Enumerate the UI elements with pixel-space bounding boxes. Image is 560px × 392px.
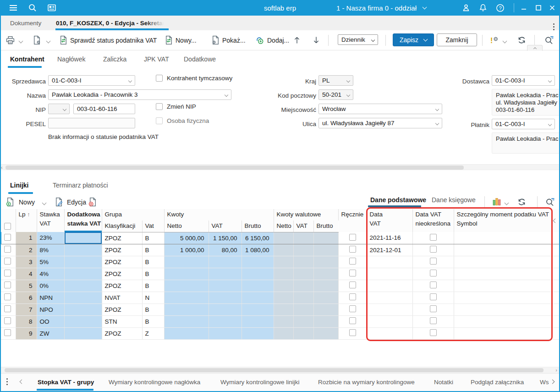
tab-linijki[interactable]: Linijki [10,182,28,189]
recznie-checkbox[interactable] [349,258,356,265]
cell-symbol[interactable] [454,280,560,292]
cell-symbol[interactable] [454,327,560,339]
cell-netto-walutowe[interactable] [274,280,293,292]
tab-rozbicie-wymiary[interactable]: Rozbicie na wymiary kontrolingowe [318,379,415,386]
cell-lp[interactable]: 7 [16,304,37,315]
cell-symbol[interactable] [454,232,560,244]
chart-dropdown-chevron-icon[interactable] [505,201,509,205]
cell-netto-walutowe[interactable] [274,268,293,280]
cell-vat-walutowe[interactable] [293,315,313,327]
form-horizontal-scrollbar[interactable]: ‹ [0,164,560,170]
nieokreslona-checkbox[interactable] [430,234,437,241]
row-checkbox[interactable] [4,293,11,300]
row-checkbox[interactable] [4,270,11,276]
cell-brutto-walutowe[interactable] [313,232,338,244]
cell-stawka-vat[interactable]: 23% [37,232,64,244]
cell-grupa-vat[interactable]: B [142,268,164,280]
cell-recznie[interactable] [338,244,367,256]
cell-netto-walutowe[interactable] [274,292,293,304]
cell-klasyfikacji[interactable]: ZPOZ [102,304,142,315]
cell-brutto[interactable]: 1 080,00 [242,244,274,256]
cell-grupa-vat[interactable]: B [142,232,164,244]
cell-symbol[interactable] [454,304,560,315]
nieokreslona-checkbox[interactable] [430,305,437,312]
recznie-checkbox[interactable] [349,246,356,253]
cell-lp[interactable]: 1 [16,232,37,244]
cell-brutto-walutowe[interactable] [313,304,338,315]
header-vat[interactable]: VAT [209,221,242,232]
cell-recznie[interactable] [338,315,367,327]
row-checkbox[interactable] [4,258,11,265]
row-select-cell[interactable] [0,315,16,327]
company-selector[interactable]: 1 - Nasza firma 0 - oddział [336,0,426,16]
row-select-cell[interactable] [0,292,16,304]
cell-data-vat-nieokreslona[interactable] [412,304,454,315]
cell-recznie[interactable] [338,304,367,315]
tab-kontrahent[interactable]: Kontrahent [10,55,44,63]
pesel-field[interactable] [48,118,135,128]
header-netto-walutowe[interactable]: Netto [274,221,293,232]
cell-dodatkowa-stawka[interactable] [64,315,102,327]
cell-data-vat-nieokreslona[interactable] [412,327,454,339]
maximize-icon[interactable] [531,0,546,16]
cell-dodatkowa-stawka[interactable] [64,232,102,244]
tab-ws-clipped[interactable]: Ws [540,379,549,386]
cell-vat-walutowe[interactable] [293,280,313,292]
zmien-nip-checkbox[interactable]: Zmień NIP [156,103,196,110]
cell-klasyfikacji[interactable]: NVAT [102,292,142,304]
cell-brutto[interactable] [242,268,274,280]
cell-netto[interactable] [164,304,209,315]
nieokreslona-checkbox[interactable] [430,293,437,300]
kod-pocztowy-select[interactable]: 50-201 [318,89,353,100]
cell-brutto-walutowe[interactable] [313,244,338,256]
cell-vat[interactable] [209,280,242,292]
bell-icon[interactable] [475,0,491,16]
tab-dokumenty[interactable]: Dokumenty [10,16,41,30]
cell-lp[interactable]: 2 [16,244,37,256]
cell-data-vat[interactable]: 2021-12-01 [367,244,412,256]
recznie-checkbox[interactable] [349,293,356,300]
help-icon[interactable]: ? [492,0,508,16]
recznie-checkbox[interactable] [349,270,356,276]
cell-stawka-vat[interactable]: 5% [37,256,64,268]
cell-brutto[interactable]: 6 150,00 [242,232,274,244]
cell-dodatkowa-stawka[interactable] [64,256,102,268]
cell-data-vat[interactable] [367,256,412,268]
cell-klasyfikacji[interactable]: ZPOZ [102,244,142,256]
header-netto[interactable]: Netto [164,221,209,232]
row-select-cell[interactable] [0,268,16,280]
cell-recznie[interactable] [338,327,367,339]
export-document-icon[interactable] [32,35,42,45]
cell-vat-walutowe[interactable] [293,292,313,304]
recznie-checkbox[interactable] [349,234,356,241]
cell-netto-walutowe[interactable] [274,232,293,244]
nieokreslona-checkbox[interactable] [430,270,437,276]
row-checkbox[interactable] [4,305,11,312]
nieokreslona-checkbox[interactable] [430,258,437,265]
cell-dodatkowa-stawka[interactable] [64,268,102,280]
cell-stawka-vat[interactable]: 8% [37,244,64,256]
scroll-left-icon[interactable]: ‹ [1,165,3,171]
cell-vat-walutowe[interactable] [293,256,313,268]
cell-data-vat[interactable] [367,268,412,280]
tab-wymiary-linijki[interactable]: Wymiary kontrolingowe linijki [220,379,299,386]
cell-netto[interactable] [164,280,209,292]
cell-brutto-walutowe[interactable] [313,268,338,280]
cell-brutto-walutowe[interactable] [313,292,338,304]
cell-recznie[interactable] [338,256,367,268]
cell-dodatkowa-stawka[interactable] [64,280,102,292]
tab-jpk-vat[interactable]: JPK VAT [144,55,169,63]
cell-netto-walutowe[interactable] [274,244,293,256]
tab-stopka-vat-grupy[interactable]: Stopka VAT - grupy [38,379,94,386]
cell-vat[interactable] [209,256,242,268]
cell-brutto[interactable] [242,292,274,304]
cell-netto[interactable] [164,292,209,304]
grid-edit-button[interactable]: Edycja [67,199,86,206]
header-dodatkowa-stawka[interactable]: Dodatkowastawka VAT [64,209,102,232]
cell-netto-walutowe[interactable] [274,304,293,315]
cell-data-vat-nieokreslona[interactable] [412,268,454,280]
grid-search-filter-icon[interactable] [545,197,555,207]
cell-data-vat[interactable] [367,327,412,339]
cell-lp[interactable]: 3 [16,256,37,268]
nieokreslona-checkbox[interactable] [430,329,437,336]
